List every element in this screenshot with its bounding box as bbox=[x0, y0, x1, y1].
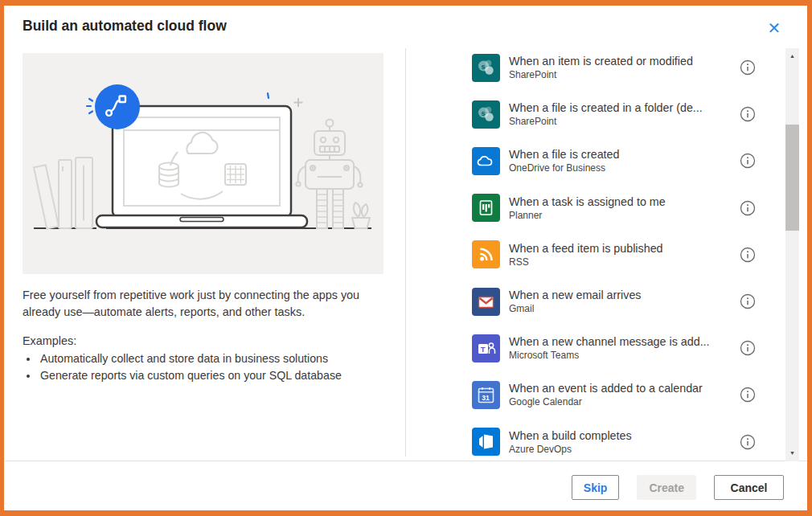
trigger-title: When a file is created in a folder (de..… bbox=[509, 101, 703, 114]
cancel-button[interactable]: Cancel bbox=[714, 475, 784, 500]
trigger-text: When a task is assigned to me Planner bbox=[509, 195, 666, 221]
trigger-app-name: SharePoint bbox=[509, 116, 703, 127]
flow-badge-icon bbox=[95, 84, 140, 129]
info-icon[interactable] bbox=[740, 247, 756, 263]
trigger-app-name: Gmail bbox=[509, 303, 641, 314]
trigger-title: When a task is assigned to me bbox=[509, 195, 666, 208]
info-icon[interactable] bbox=[740, 387, 756, 403]
trigger-app-name: Google Calendar bbox=[509, 396, 703, 407]
trigger-text: When a build completes Azure DevOps bbox=[509, 429, 632, 455]
svg-text:s: s bbox=[482, 109, 486, 117]
planner-icon bbox=[472, 194, 500, 222]
trigger-row[interactable]: When a build completes Azure DevOps bbox=[406, 419, 785, 462]
illustration bbox=[23, 53, 383, 274]
dialog-title: Build an automated cloud flow bbox=[23, 18, 227, 35]
azdevops-icon bbox=[472, 428, 500, 456]
scrollbar[interactable]: ▲ ▼ bbox=[785, 48, 799, 461]
scroll-down-icon[interactable]: ▼ bbox=[785, 447, 799, 460]
trigger-app-name: Planner bbox=[509, 210, 666, 221]
close-icon[interactable]: ✕ bbox=[762, 16, 786, 40]
books-illustration bbox=[34, 158, 92, 229]
trigger-app-name: Azure DevOps bbox=[509, 444, 632, 455]
onedrive-icon bbox=[472, 147, 500, 175]
teams-icon: T bbox=[472, 334, 500, 362]
trigger-row[interactable]: When a task is assigned to me Planner bbox=[406, 185, 785, 231]
trigger-row[interactable]: When a file is created OneDrive for Busi… bbox=[406, 137, 785, 184]
trigger-app-name: RSS bbox=[509, 256, 663, 268]
svg-text:s: s bbox=[482, 62, 486, 70]
trigger-text: When a new email arrives Gmail bbox=[509, 289, 641, 314]
trigger-app-name: SharePoint bbox=[509, 69, 693, 80]
sharepoint-icon: s bbox=[472, 54, 500, 82]
trigger-row[interactable]: T When a new channel message is add... M… bbox=[406, 325, 785, 371]
trigger-app-name: OneDrive for Business bbox=[509, 162, 619, 174]
trigger-title: When a feed item is published bbox=[509, 242, 663, 255]
info-icon[interactable] bbox=[740, 434, 756, 450]
trigger-app-name: Microsoft Teams bbox=[509, 350, 710, 361]
info-icon[interactable] bbox=[740, 153, 756, 169]
examples-list: Automatically collect and store data in … bbox=[23, 350, 386, 384]
rss-icon bbox=[472, 240, 500, 268]
gcal-icon: 31 bbox=[472, 381, 500, 409]
example-item: Automatically collect and store data in … bbox=[39, 350, 386, 367]
info-icon[interactable] bbox=[740, 59, 756, 76]
examples-label: Examples: bbox=[23, 334, 386, 347]
info-icon[interactable] bbox=[740, 340, 756, 356]
trigger-text: When a file is created in a folder (de..… bbox=[509, 101, 703, 127]
svg-text:T: T bbox=[481, 345, 486, 354]
trigger-text: When a new channel message is add... Mic… bbox=[509, 335, 710, 361]
info-icon[interactable] bbox=[740, 106, 756, 122]
left-panel: Free yourself from repetitive work just … bbox=[23, 287, 386, 384]
scroll-up-icon[interactable]: ▲ bbox=[785, 50, 799, 63]
trigger-title: When an item is created or modified bbox=[509, 55, 693, 68]
trigger-text: When an item is created or modified Shar… bbox=[509, 55, 693, 80]
trigger-list: s When an item is created or modified Sh… bbox=[406, 44, 785, 461]
trigger-title: When a file is created bbox=[509, 148, 619, 161]
info-icon[interactable] bbox=[740, 200, 756, 216]
trigger-row[interactable]: When a feed item is published RSS bbox=[406, 231, 785, 278]
robot-illustration bbox=[296, 120, 370, 229]
example-item: Generate reports via custom queries on y… bbox=[39, 367, 386, 384]
footer-divider bbox=[5, 461, 807, 461]
sharepoint-icon: s bbox=[472, 100, 500, 129]
trigger-text: When a file is created OneDrive for Busi… bbox=[509, 148, 619, 174]
gmail-icon bbox=[472, 288, 500, 316]
trigger-row[interactable]: s When a file is created in a folder (de… bbox=[406, 91, 785, 137]
trigger-title: When a new channel message is add... bbox=[509, 335, 710, 348]
scrollbar-thumb[interactable] bbox=[785, 125, 799, 231]
cloud-flow-illustration bbox=[23, 53, 383, 274]
create-button[interactable]: Create bbox=[637, 475, 696, 500]
trigger-text: When an event is added to a calendar Goo… bbox=[509, 382, 703, 407]
info-icon[interactable] bbox=[740, 293, 756, 309]
skip-button[interactable]: Skip bbox=[572, 475, 620, 500]
trigger-text: When a feed item is published RSS bbox=[509, 242, 663, 268]
trigger-row[interactable]: s When an item is created or modified Sh… bbox=[406, 44, 785, 91]
trigger-title: When a new email arrives bbox=[509, 289, 641, 301]
trigger-row[interactable]: 31 When an event is added to a calendar … bbox=[406, 371, 785, 418]
trigger-title: When a build completes bbox=[509, 429, 632, 442]
trigger-title: When an event is added to a calendar bbox=[509, 382, 703, 395]
svg-text:31: 31 bbox=[482, 394, 490, 402]
footer: Skip Create Cancel bbox=[572, 475, 784, 500]
trigger-row[interactable]: When a new email arrives Gmail bbox=[406, 278, 785, 325]
description-text: Free yourself from repetitive work just … bbox=[23, 287, 365, 321]
